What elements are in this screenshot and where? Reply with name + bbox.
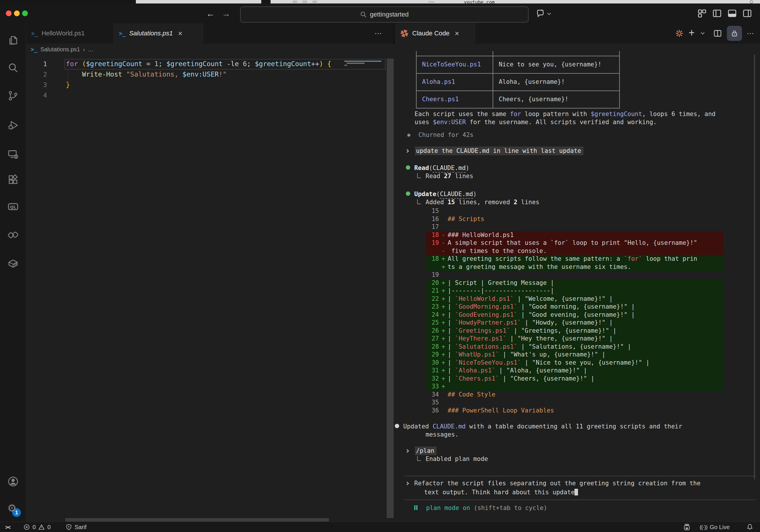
browser-icon-fragment: [303, 1, 307, 3]
customize-layout-icon[interactable]: [697, 8, 707, 19]
go-live-button[interactable]: ((·)) Go Live: [700, 522, 730, 532]
chat-input[interactable]: Refactor the script files separating out…: [404, 476, 756, 500]
command-center-search[interactable]: gettingstarted: [240, 6, 529, 22]
maximize-window-button[interactable]: [22, 11, 28, 16]
code-area[interactable]: 1for ($greetingCount = 1; $greetingCount…: [26, 59, 394, 525]
diff-line: 31+| `Aloha.ps1` | "Aloha, {username}!" …: [395, 367, 760, 375]
toggle-secondary-sidebar-icon[interactable]: [742, 8, 752, 19]
chevron-down-icon: [547, 11, 551, 15]
line-number: 2: [26, 69, 47, 80]
churn-status: ✱ Churned for 42s: [395, 131, 760, 139]
remote-explorer-icon[interactable]: [7, 149, 19, 160]
breadcrumb-file[interactable]: Salutations.ps1: [40, 46, 80, 53]
breadcrumb-symbol[interactable]: …: [88, 46, 93, 53]
table-row: NiceToSeeYou.ps1Nice to see you, {userna…: [417, 56, 619, 74]
extensions-icon[interactable]: [7, 174, 19, 186]
diff-line: 15: [395, 207, 760, 215]
diff-line: 26+| `Greetings.ps1` | "Greetings, {user…: [395, 327, 760, 335]
run-debug-icon[interactable]: [7, 119, 19, 131]
tab-bar: >_ HelloWorld.ps1 >_ Salutations.ps1 × ⋯: [26, 23, 760, 44]
notifications-button[interactable]: [746, 522, 754, 532]
tab-salutations[interactable]: >_ Salutations.ps1 ×: [114, 23, 203, 44]
bell-icon: [746, 523, 754, 531]
minimize-window-button[interactable]: [14, 11, 20, 16]
user-prompt: update the CLAUDE.md in line with last u…: [395, 147, 760, 155]
diff-line: 18+All greeting scripts follow the same …: [395, 255, 760, 263]
greeting-table: NiceToSeeYou.ps1Nice to see you, {userna…: [416, 51, 620, 109]
remote-icon: ><: [5, 524, 10, 530]
assistant-paragraph: Each script uses the same for loop patte…: [395, 110, 760, 126]
toggle-primary-sidebar-icon[interactable]: [712, 8, 722, 19]
lock-button[interactable]: [727, 26, 742, 41]
tab-label: Salutations.ps1: [129, 29, 173, 37]
tab-claude-code[interactable]: Claude Code ×: [395, 23, 475, 44]
search-icon: [360, 11, 367, 18]
code-line[interactable]: 3}: [26, 79, 394, 90]
activity-bar: QL 1 ⚙: [0, 23, 26, 521]
diff-line: 24+| `GoodEvening.ps1` | "Good evening, …: [395, 311, 760, 319]
prompt-arrow-icon: [405, 481, 409, 485]
indent-guide: [68, 69, 68, 86]
title-bar: ← → gettingstarted: [0, 4, 760, 23]
toggle-panel-icon[interactable]: [727, 8, 737, 19]
close-tab-icon[interactable]: ×: [454, 29, 459, 38]
linked-rings-icon[interactable]: [7, 229, 19, 241]
browser-circle-icon: [750, 0, 753, 4]
line-number: 3: [26, 80, 47, 90]
minimap[interactable]: [344, 60, 387, 77]
diff-line: 19-A simple script that uses a `for` loo…: [395, 239, 760, 247]
prompt-arrow-icon: [405, 449, 409, 453]
tool-bullet-icon: [406, 165, 410, 170]
text-cursor: [575, 489, 578, 496]
editor-group: >_ Salutations.ps1 › … 1for ($greetingCo…: [26, 44, 394, 525]
editor-actions-more-icon[interactable]: ⋯: [374, 29, 383, 38]
vertical-scrollbar[interactable]: [387, 59, 394, 518]
remote-indicator[interactable]: ><: [5, 522, 10, 532]
new-session-button[interactable]: +: [689, 27, 695, 39]
tab-label: HelloWorld.ps1: [41, 29, 85, 37]
go-back-button[interactable]: ←: [206, 9, 215, 19]
diff-line: - five times to the console.: [395, 247, 760, 255]
background-browser-strip: youtube.com: [0, 0, 760, 4]
tool-bullet-icon: [406, 192, 410, 196]
account-icon[interactable]: [7, 476, 19, 487]
pause-icon: [414, 505, 418, 510]
table-row: Cheers.ps1Cheers, {username}!: [417, 91, 619, 109]
diff-line: 19: [395, 271, 760, 279]
chevron-down-icon[interactable]: [701, 31, 704, 34]
settings-gear-icon[interactable]: ⚙: [7, 503, 19, 514]
diff-line: 18-### HelloWorld.ps1: [395, 231, 760, 239]
extension-status-icon[interactable]: [683, 522, 691, 532]
explorer-icon[interactable]: [7, 34, 19, 46]
codeql-icon[interactable]: QL: [7, 201, 19, 212]
close-tab-icon[interactable]: ×: [178, 29, 182, 38]
go-forward-button[interactable]: →: [221, 9, 231, 19]
claude-icon: [400, 29, 409, 38]
powershell-file-icon: >_: [31, 46, 37, 53]
breadcrumb[interactable]: >_ Salutations.ps1 › …: [31, 44, 93, 55]
tool-call-read: Read(CLAUDE.md) Read 27 lines: [395, 164, 760, 180]
container-icon[interactable]: [7, 258, 19, 269]
plan-mode-indicator: plan mode on (shift+tab to cycle): [395, 504, 760, 512]
source-control-icon[interactable]: [7, 90, 19, 102]
diff-line: 25+| `HowdyPartner.ps1` | "Howdy, {usern…: [395, 319, 760, 327]
diff-line: 30+| `NiceToSeeYou.ps1` | "Nice to see y…: [395, 359, 760, 367]
split-editor-icon[interactable]: [713, 29, 722, 38]
tab-helloworld[interactable]: >_ HelloWorld.ps1: [26, 23, 114, 44]
search-icon[interactable]: [7, 62, 19, 74]
code-line[interactable]: 4: [26, 90, 394, 100]
copilot-chat-button[interactable]: [536, 8, 550, 18]
prompt-arrow-icon: [405, 149, 409, 153]
panel-more-actions-icon[interactable]: ⋯: [747, 29, 755, 38]
problems-indicator[interactable]: 0 0: [23, 522, 51, 532]
claude-code-panel: NiceToSeeYou.ps1Nice to see you, {userna…: [395, 44, 760, 525]
panel-scrollbar[interactable]: [754, 55, 755, 479]
sarif-status[interactable]: Sarif: [65, 522, 86, 532]
code-line[interactable]: 2 Write-Host "Salutations, $env:USER!": [26, 69, 394, 79]
vscode-window: ← → gettingstarted: [0, 4, 760, 532]
shield-icon: [65, 524, 72, 531]
close-window-button[interactable]: [6, 11, 12, 16]
powershell-file-icon: >_: [31, 30, 38, 36]
current-line-highlight: [65, 59, 386, 69]
claude-toolbar-icon[interactable]: [675, 29, 683, 37]
